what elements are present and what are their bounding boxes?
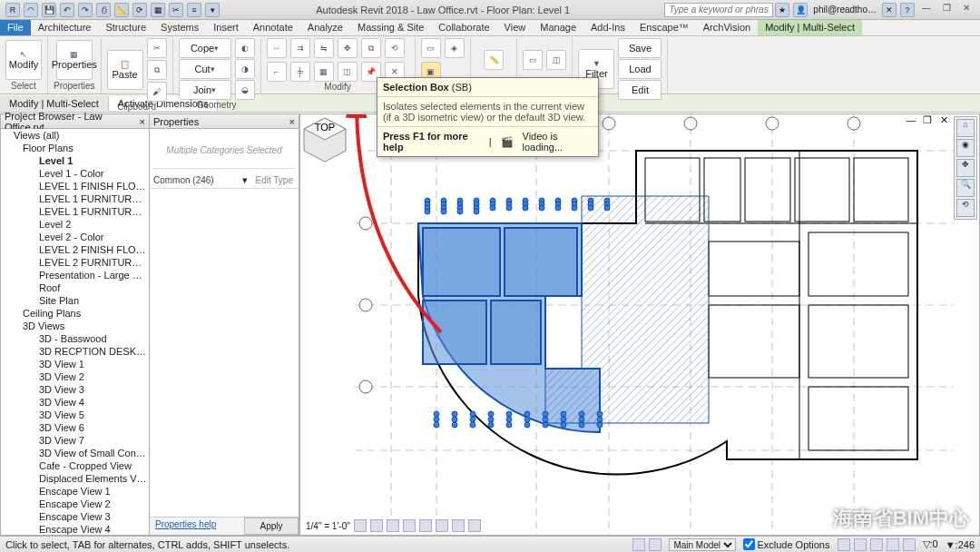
mirror-icon[interactable]: ⇋ [314,38,334,58]
app-menu-icon[interactable]: R [5,3,20,17]
tab-view[interactable]: View [497,20,534,35]
view-b-icon[interactable]: ◈ [445,38,465,58]
tab-structure[interactable]: Structure [98,20,153,35]
copy-clipboard-button[interactable]: ⧉ [147,60,167,80]
doc-min-icon[interactable]: — [903,114,919,126]
geom-b-icon[interactable]: ◑ [235,59,255,79]
tree-node[interactable]: 3D View 1 [1,358,149,370]
properties-help-link[interactable]: Properties help [150,518,244,535]
qat-open-icon[interactable]: ◠ [24,3,38,17]
tab-manage[interactable]: Manage [533,20,583,35]
window-minimize-icon[interactable]: — [916,3,936,17]
save-sel-button[interactable]: Save [618,38,662,58]
tree-node[interactable]: 3D View 5 [1,409,149,421]
tree-node[interactable]: 3D View 4 [1,396,149,409]
tree-node[interactable]: LEVEL 1 FURNITURE PLAN - L [1,205,149,218]
tree-node[interactable]: Level 1 - Color [1,167,149,180]
sel-pinned-icon[interactable] [870,538,883,551]
tree-node[interactable]: 3D View 2 [1,370,149,383]
qat-save-icon[interactable]: 💾 [42,3,56,17]
nav-home-icon[interactable]: ⌂ [956,119,975,137]
nav-zoom-icon[interactable]: 🔍 [956,179,975,197]
scale-label[interactable]: 1/4" = 1'-0" [306,521,350,531]
visual-style-icon[interactable] [370,519,383,532]
tree-node[interactable]: LEVEL 2 FURNITURE PLAN [1,256,149,269]
tree-node[interactable]: 3D RECPTION DESK DETAIL [1,345,149,358]
join-button[interactable]: Join▾ [179,80,231,100]
tree-node[interactable]: Enscape View 1 [1,485,149,498]
hide-isolate-icon[interactable] [452,519,465,532]
search-input[interactable] [664,3,773,17]
edit-type-button[interactable]: Edit Type [251,174,297,186]
sel-drag-icon[interactable] [903,538,916,551]
tree-node[interactable]: 3D View of Small Conference [1,447,149,459]
tree-node[interactable]: Level 1 [1,154,149,167]
tab-analyze[interactable]: Analyze [300,20,350,35]
tree-node[interactable]: 3D View 3 [1,383,149,396]
tab-annotate[interactable]: Annotate [246,20,300,35]
crop-icon[interactable] [419,519,432,532]
sign-in-icon[interactable]: 👤 [793,3,808,17]
sel-link-icon[interactable] [838,538,850,551]
align-icon[interactable]: ↔ [267,38,287,58]
project-browser-tree[interactable]: Views (all)Floor PlansLevel 1Level 1 - C… [1,129,149,535]
worksets-icon[interactable] [632,538,645,551]
tab-enscape[interactable]: Enscape™ [632,20,696,35]
geom-a-icon[interactable]: ◐ [235,38,255,58]
window-close-icon[interactable]: ✕ [956,3,976,17]
sel-underlay-icon[interactable] [854,538,867,551]
type-dropdown-icon[interactable]: ▾ [239,174,251,186]
design-options-select[interactable]: Main Model [669,538,736,551]
nav-orbit-icon[interactable]: ⟲ [956,199,975,217]
tree-node[interactable]: 3D - Basswood [1,332,149,345]
tree-node[interactable]: Displaced Elements View [1,472,149,485]
tree-node[interactable]: Floor Plans [1,142,149,154]
doc-close-icon[interactable]: ✕ [936,114,952,126]
array-icon[interactable]: ▦ [314,62,334,82]
reveal-icon[interactable] [468,519,481,532]
scale-icon[interactable]: ◫ [338,62,358,82]
load-sel-button[interactable]: Load [618,59,662,79]
nav-wheel-icon[interactable]: ◉ [956,139,975,157]
copy-icon[interactable]: ⧉ [361,38,381,58]
tree-node[interactable]: LEVEL 2 FINISH FLOOR PLAN [1,243,149,256]
tab-collaborate[interactable]: Collaborate [431,20,496,35]
tab-archvision[interactable]: ArchVision [696,20,758,35]
qat-section-icon[interactable]: ✂ [169,3,183,17]
view-a-icon[interactable]: ▭ [421,38,441,58]
tab-file[interactable]: File [0,20,31,35]
tab-architecture[interactable]: Architecture [31,20,99,35]
tab-modify-multiselect[interactable]: Modify | Multi-Select [758,20,862,35]
tree-node[interactable]: Cafe - Cropped View [1,459,149,472]
sel-face-icon[interactable] [887,538,899,551]
properties-button[interactable]: ▦Properties [56,40,93,80]
qat-thin-icon[interactable]: ≡ [187,3,201,17]
edit-sel-button[interactable]: Edit [618,80,662,100]
panel-close-icon[interactable]: × [289,116,295,127]
infocenter-star-icon[interactable]: ★ [775,3,789,17]
tree-node[interactable]: 3D View 6 [1,421,149,434]
tab-insert[interactable]: Insert [206,20,246,35]
tree-node[interactable]: Enscape View 2 [1,498,149,510]
trim-icon[interactable]: ⌐ [267,62,287,82]
qat-print-icon[interactable]: ⎙ [96,3,111,17]
paste-button[interactable]: 📋Paste [107,50,143,90]
tree-node[interactable]: LEVEL 1 FINISH FLOOR PLAN [1,180,149,192]
help-icon[interactable]: ? [900,3,915,17]
tab-addins[interactable]: Add-Ins [583,20,632,35]
doc-max-icon[interactable]: ❐ [919,114,936,126]
qat-close-icon[interactable]: ▾ [205,3,220,17]
tree-node[interactable]: 3D View 7 [1,434,149,447]
tree-node[interactable]: Ceiling Plans [1,307,149,320]
exchange-icon[interactable]: ✕ [882,3,897,17]
create-b-icon[interactable]: ◫ [546,50,566,70]
tree-node[interactable]: 3D Views [1,320,149,332]
cope-button[interactable]: Cope▾ [179,38,231,58]
geom-c-icon[interactable]: ◒ [235,80,255,100]
tree-node[interactable]: Enscape View 3 [1,510,149,523]
view-cube[interactable]: TOP [300,114,349,163]
match-button[interactable]: 🖌 [147,82,167,102]
tab-massing[interactable]: Massing & Site [350,20,431,35]
qat-measure-icon[interactable]: 📐 [114,3,129,17]
create-a-icon[interactable]: ▭ [523,50,543,70]
